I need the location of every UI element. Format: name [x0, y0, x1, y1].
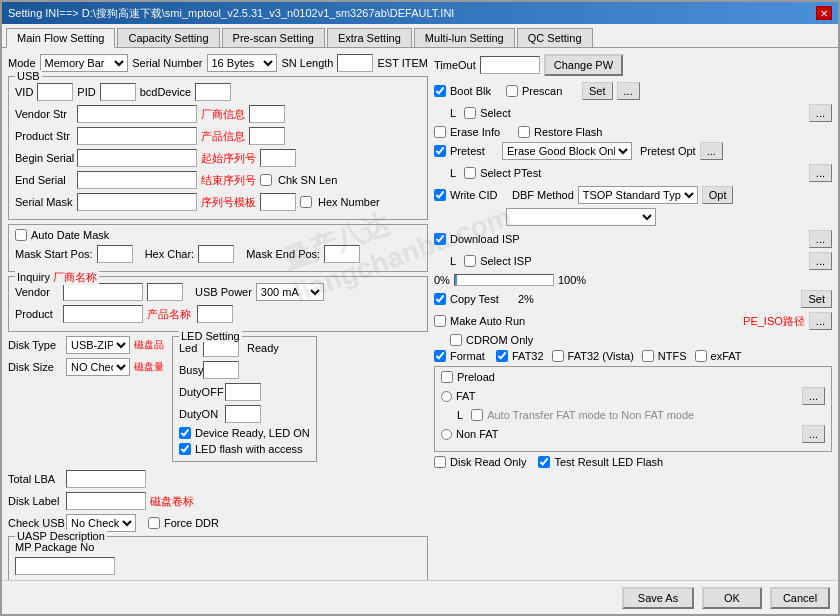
hex-number-check[interactable] — [300, 196, 312, 208]
pid-input[interactable]: 1000 — [100, 83, 136, 101]
led-flash-check[interactable] — [179, 443, 191, 455]
close-button[interactable]: ✕ — [816, 6, 832, 20]
boot-blk-check[interactable] — [434, 85, 446, 97]
auto-date-check[interactable] — [15, 229, 27, 241]
mode-select[interactable]: Memory Bar — [40, 54, 129, 72]
mask-start-input[interactable]: 3 — [97, 245, 133, 263]
mp-package-label: MP Package No — [15, 541, 94, 553]
auto-transfer-check[interactable] — [471, 409, 483, 421]
ok-button[interactable]: OK — [702, 587, 762, 609]
write-cid-check[interactable] — [434, 189, 446, 201]
serial-mask-input[interactable]: AA############# — [77, 193, 197, 211]
product-str-input[interactable]: USB DISK — [77, 127, 197, 145]
format-label: Format — [450, 350, 492, 362]
serial-mask-num[interactable]: 16 — [260, 193, 296, 211]
duty-off-input[interactable]: 0 — [225, 383, 261, 401]
tab-capacity[interactable]: Capacity Setting — [117, 28, 219, 47]
mask-end-input[interactable]: 10 — [324, 245, 360, 263]
tab-qc[interactable]: QC Setting — [517, 28, 593, 47]
inquiry-vendor-input[interactable]: SMI — [63, 283, 143, 301]
tab-multi-lun[interactable]: Multi-lun Setting — [414, 28, 515, 47]
make-auto-run-check[interactable] — [434, 315, 446, 327]
end-serial-cn: 结束序列号 — [201, 173, 256, 188]
test-result-led-check[interactable] — [538, 456, 550, 468]
title-text: Setting INI==> D:\搜狗高速下载\smi_mptool_v2.5… — [8, 6, 454, 21]
tab-main-flow[interactable]: Main Flow Setting — [6, 28, 115, 48]
usb-power-select[interactable]: 300 mA — [256, 283, 324, 301]
sn-length-label: SN Length — [281, 57, 333, 69]
end-serial-input[interactable]: AA04012799999999 — [77, 171, 197, 189]
disk-type-select[interactable]: USB-ZIP — [66, 336, 130, 354]
hex-char-label: Hex Char: — [145, 248, 195, 260]
select-isp-dots[interactable]: ... — [809, 252, 832, 270]
change-pw-button[interactable]: Change PW — [544, 54, 623, 76]
select-ptest-check[interactable] — [464, 167, 476, 179]
preload-check[interactable] — [441, 371, 453, 383]
non-fat-radio[interactable] — [441, 429, 452, 440]
set2-button[interactable]: Set — [801, 290, 832, 308]
download-isp-check[interactable] — [434, 233, 446, 245]
erase-good-block-select[interactable]: Erase Good Block Only — [502, 142, 632, 160]
bcd-input[interactable]: 1100 — [195, 83, 231, 101]
write-cid-extra-select[interactable] — [506, 208, 656, 226]
busy-input[interactable]: 48 — [203, 361, 239, 379]
fat32-vista-check[interactable] — [552, 350, 564, 362]
cancel-button[interactable]: Cancel — [770, 587, 830, 609]
non-fat-dots[interactable]: ... — [802, 425, 825, 443]
total-lba-input[interactable]: 0 — [66, 470, 146, 488]
tab-bar: Main Flow Setting Capacity Setting Pre-s… — [2, 24, 838, 48]
sn-length-input[interactable]: 16 — [337, 54, 373, 72]
inquiry-product-input[interactable]: USB DISK — [63, 305, 143, 323]
select-dots-button[interactable]: ... — [809, 104, 832, 122]
set-dots-button[interactable]: ... — [617, 82, 640, 100]
disk-read-only-check[interactable] — [434, 456, 446, 468]
inquiry-product-row: Product USB DISK 产品名称 16 — [15, 305, 421, 323]
ntfs-check[interactable] — [642, 350, 654, 362]
format-check[interactable] — [434, 350, 446, 362]
device-ready-check[interactable] — [179, 427, 191, 439]
mode-label: Mode — [8, 57, 36, 69]
force-ddr-check[interactable] — [148, 517, 160, 529]
opt-button[interactable]: Opt — [702, 186, 734, 204]
inquiry-product-num[interactable]: 16 — [197, 305, 233, 323]
mp-package-input[interactable]: N0102v1 — [15, 557, 115, 575]
tab-extra[interactable]: Extra Setting — [327, 28, 412, 47]
download-isp-dots[interactable]: ... — [809, 230, 832, 248]
chk-sn-len-check[interactable] — [260, 174, 272, 186]
disk-size-select[interactable]: NO Check — [66, 358, 130, 376]
fat32-check[interactable] — [496, 350, 508, 362]
set-button[interactable]: Set — [582, 82, 613, 100]
product-num-input[interactable]: 30 — [249, 127, 285, 145]
usb-section-label: USB — [15, 70, 42, 82]
serial-number-select[interactable]: 16 Bytes — [207, 54, 278, 72]
tab-prescan[interactable]: Pre-scan Setting — [222, 28, 325, 47]
save-as-button[interactable]: Save As — [622, 587, 694, 609]
duty-on-input[interactable]: 0 — [225, 405, 261, 423]
inquiry-vendor-num[interactable]: 8 — [147, 283, 183, 301]
begin-serial-num[interactable]: 16 — [260, 149, 296, 167]
vid-input[interactable]: 090C — [37, 83, 73, 101]
cdrom-check[interactable] — [450, 334, 462, 346]
copy-test-check[interactable] — [434, 293, 446, 305]
pe-iso-dots[interactable]: ... — [809, 312, 832, 330]
select-ptest-dots[interactable]: ... — [809, 164, 832, 182]
begin-serial-input[interactable]: AA00000000011176 — [77, 149, 197, 167]
pid-label: PID — [77, 86, 95, 98]
vendor-num-input[interactable]: 30 — [249, 105, 285, 123]
tsop-standard-select[interactable]: TSOP Standard Type — [578, 186, 698, 204]
restore-flash-check[interactable] — [518, 126, 530, 138]
exfat-check[interactable] — [695, 350, 707, 362]
erase-info-check[interactable] — [434, 126, 446, 138]
fat-dots[interactable]: ... — [802, 387, 825, 405]
exfat-label: exFAT — [711, 350, 742, 362]
pretest-opt-dots[interactable]: ... — [700, 142, 723, 160]
select-check[interactable] — [464, 107, 476, 119]
hex-char-input[interactable] — [198, 245, 234, 263]
pretest-check[interactable] — [434, 145, 446, 157]
vendor-str-input[interactable]: SMI Corporation — [77, 105, 197, 123]
timeout-input[interactable]: 20000 — [480, 56, 540, 74]
disk-label-input[interactable]: USB DISK — [66, 492, 146, 510]
prescan-check[interactable] — [506, 85, 518, 97]
fat-radio[interactable] — [441, 391, 452, 402]
select-isp-check[interactable] — [464, 255, 476, 267]
